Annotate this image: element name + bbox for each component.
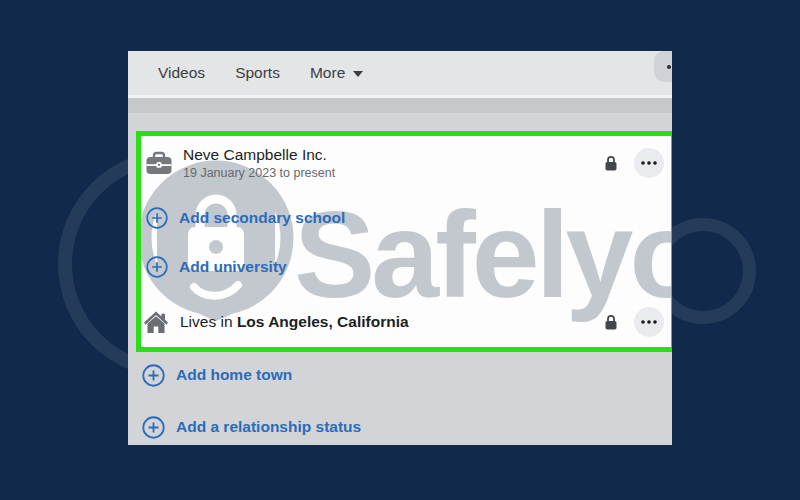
plus-circle-icon [142, 416, 165, 439]
tab-sports[interactable]: Sports [235, 64, 280, 82]
tab-videos-label: Videos [158, 64, 205, 82]
privacy-lock-icon[interactable] [604, 314, 618, 331]
add-university-label: Add university [179, 258, 287, 276]
lives-in-prefix: Lives in [180, 313, 237, 330]
ellipsis-icon [641, 320, 657, 324]
add-relationship-status-label: Add a relationship status [176, 418, 361, 436]
lives-in-text: Lives in Los Angeles, California [180, 313, 409, 331]
add-relationship-status-link[interactable]: Add a relationship status [142, 415, 361, 439]
facebook-about-screenshot: Videos Sports More Safelyo [128, 51, 672, 445]
lives-in-options-button[interactable] [634, 307, 664, 337]
ellipsis-icon [641, 161, 657, 165]
tab-more-label: More [310, 64, 345, 82]
work-title: Neve Campbelle Inc. [183, 146, 335, 163]
plus-circle-icon [146, 256, 168, 278]
work-row: Neve Campbelle Inc. 19 January 2023 to p… [146, 144, 664, 182]
add-home-town-link[interactable]: Add home town [142, 363, 292, 387]
add-home-town-label: Add home town [176, 366, 292, 384]
tutorial-frame: Videos Sports More Safelyo [0, 0, 800, 500]
tab-videos[interactable]: Videos [158, 64, 205, 82]
profile-nav-bar: Videos Sports More [128, 51, 672, 95]
add-university-link[interactable]: Add university [146, 255, 287, 279]
privacy-lock-icon[interactable] [604, 155, 618, 172]
briefcase-icon [146, 151, 172, 175]
work-options-button[interactable] [634, 148, 664, 178]
ellipsis-dot-icon [667, 65, 671, 69]
plus-circle-icon [146, 207, 168, 229]
tab-more[interactable]: More [310, 64, 363, 82]
add-secondary-school-link[interactable]: Add secondary school [146, 206, 345, 230]
work-period: 19 January 2023 to present [183, 166, 335, 180]
add-secondary-school-label: Add secondary school [179, 209, 345, 227]
tab-sports-label: Sports [235, 64, 280, 82]
plus-circle-icon [142, 364, 165, 387]
more-options-button-partial[interactable] [654, 51, 672, 82]
lives-in-place: Los Angeles, California [237, 313, 409, 330]
nav-divider-band [128, 98, 672, 113]
home-icon [143, 309, 169, 335]
chevron-down-icon [353, 71, 363, 77]
lives-in-row: Lives in Los Angeles, California [143, 307, 664, 337]
